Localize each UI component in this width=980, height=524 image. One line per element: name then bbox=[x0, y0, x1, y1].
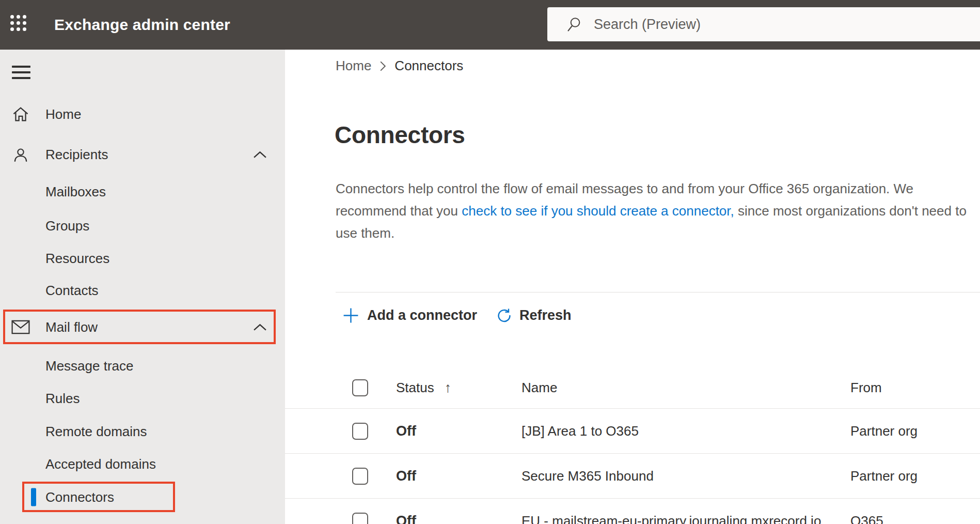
sidebar-item-mail-flow[interactable]: Mail flow bbox=[0, 310, 285, 344]
status-header-label: Status bbox=[396, 380, 434, 396]
app-launcher-waffle-icon[interactable] bbox=[10, 15, 31, 36]
row-status: Off bbox=[396, 423, 521, 439]
add-connector-label: Add a connector bbox=[367, 307, 477, 323]
sidebar-item-home[interactable]: Home bbox=[0, 96, 285, 133]
sidebar-item-connectors[interactable]: Connectors bbox=[0, 482, 285, 512]
column-header-status[interactable]: Status ↑ bbox=[396, 380, 521, 396]
main-content: Home Connectors Connectors Connectors he… bbox=[285, 50, 980, 524]
chevron-right-icon bbox=[380, 60, 386, 72]
app-title: Exchange admin center bbox=[54, 0, 230, 50]
row-status: Off bbox=[396, 513, 521, 524]
row-checkbox-cell bbox=[352, 423, 396, 440]
row-checkbox-cell bbox=[352, 468, 396, 485]
mail-icon bbox=[11, 320, 30, 334]
add-connector-button[interactable]: Add a connector bbox=[342, 307, 477, 324]
sidebar-item-contacts[interactable]: Contacts bbox=[0, 274, 285, 307]
table-header-row: Status ↑ Name From bbox=[285, 367, 980, 408]
sidebar-item-label: Groups bbox=[45, 218, 89, 234]
sidebar-item-recipients[interactable]: Recipients bbox=[0, 136, 285, 174]
table-row[interactable]: Off [JB] Area 1 to O365 Partner org bbox=[285, 408, 980, 453]
person-icon bbox=[11, 146, 30, 164]
page-description: Connectors help control the flow of emai… bbox=[336, 178, 976, 244]
page-title: Connectors bbox=[335, 121, 465, 149]
sidebar-item-label: Rules bbox=[45, 391, 80, 407]
search-placeholder: Search (Preview) bbox=[594, 17, 701, 33]
toolbar-divider bbox=[336, 292, 980, 292]
sort-ascending-icon: ↑ bbox=[445, 380, 452, 396]
column-header-name[interactable]: Name bbox=[521, 380, 850, 396]
sidebar-item-label: Accepted domains bbox=[45, 456, 156, 472]
connectors-table: Status ↑ Name From Off [JB] Area 1 to O3… bbox=[285, 367, 980, 524]
row-from: Partner org bbox=[850, 423, 980, 439]
topbar: Exchange admin center Search (Preview) bbox=[0, 0, 980, 50]
sidebar-item-label: Message trace bbox=[45, 358, 134, 374]
breadcrumb-home-link[interactable]: Home bbox=[336, 58, 371, 74]
exchange-admin-center-app: Exchange admin center Search (Preview) H… bbox=[0, 0, 980, 524]
sidebar-item-accepted-domains[interactable]: Accepted domains bbox=[0, 448, 285, 480]
search-input[interactable]: Search (Preview) bbox=[547, 7, 980, 41]
table-row[interactable]: Off EU - mailstream-eu-primary.journalin… bbox=[285, 498, 980, 524]
select-row-checkbox[interactable] bbox=[352, 468, 368, 485]
sidebar-item-label: Connectors bbox=[45, 489, 114, 505]
sidebar-item-resources[interactable]: Resources bbox=[0, 242, 285, 274]
sidebar-item-label: Resources bbox=[45, 251, 109, 267]
sidebar-item-groups[interactable]: Groups bbox=[0, 210, 285, 242]
row-name[interactable]: EU - mailstream-eu-primary.journaling.mx… bbox=[521, 513, 850, 524]
select-row-checkbox[interactable] bbox=[352, 423, 368, 440]
toolbar: Add a connector Refresh bbox=[342, 302, 572, 329]
select-all-checkbox[interactable] bbox=[352, 379, 368, 396]
column-header-from[interactable]: From bbox=[850, 380, 980, 396]
sidebar-item-remote-domains[interactable]: Remote domains bbox=[0, 415, 285, 448]
refresh-button[interactable]: Refresh bbox=[496, 307, 572, 323]
hamburger-menu-icon[interactable] bbox=[12, 66, 30, 83]
create-connector-check-link[interactable]: check to see if you should create a conn… bbox=[462, 203, 734, 219]
breadcrumb-current: Connectors bbox=[394, 58, 463, 74]
row-status: Off bbox=[396, 468, 521, 484]
sidebar-item-mailboxes[interactable]: Mailboxes bbox=[0, 176, 285, 208]
select-row-checkbox[interactable] bbox=[352, 513, 368, 524]
sidebar-item-message-trace[interactable]: Message trace bbox=[0, 350, 285, 382]
sidebar-item-label: Home bbox=[45, 106, 81, 122]
sidebar-item-label: Contacts bbox=[45, 283, 99, 299]
home-icon bbox=[11, 105, 30, 124]
refresh-icon bbox=[496, 307, 512, 323]
row-name[interactable]: Secure M365 Inbound bbox=[521, 468, 850, 484]
row-from: Partner org bbox=[850, 468, 980, 484]
breadcrumb: Home Connectors bbox=[336, 58, 463, 74]
table-row[interactable]: Off Secure M365 Inbound Partner org bbox=[285, 453, 980, 498]
row-checkbox-cell bbox=[352, 513, 396, 524]
sidebar-item-label: Mailboxes bbox=[45, 184, 106, 200]
sidebar-nav: Home Recipients Mailboxes Groups Reso bbox=[0, 50, 285, 524]
chevron-up-icon[interactable] bbox=[253, 323, 267, 331]
search-icon bbox=[566, 16, 582, 33]
row-name[interactable]: [JB] Area 1 to O365 bbox=[521, 423, 850, 439]
chevron-up-icon[interactable] bbox=[253, 151, 267, 159]
sidebar-item-label: Remote domains bbox=[45, 424, 147, 440]
row-from: O365 bbox=[850, 513, 980, 524]
sidebar-item-label: Mail flow bbox=[45, 319, 98, 335]
refresh-label: Refresh bbox=[519, 307, 572, 323]
header-checkbox-cell bbox=[352, 379, 396, 396]
selected-item-indicator bbox=[31, 488, 36, 506]
sidebar-item-label: Recipients bbox=[45, 147, 108, 163]
sidebar-item-rules[interactable]: Rules bbox=[0, 382, 285, 415]
plus-icon bbox=[342, 307, 359, 324]
